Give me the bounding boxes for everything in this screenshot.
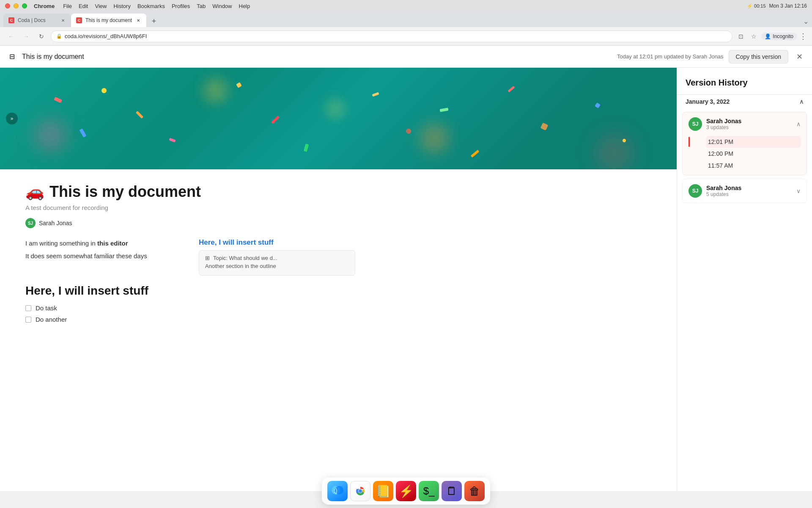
version-date-chevron[interactable]: ∧ bbox=[799, 98, 804, 105]
user-avatar-1: SJ bbox=[689, 117, 702, 131]
close-version-panel-button[interactable]: ✕ bbox=[793, 51, 805, 63]
title-bar-right: ⚡ 00:15 Mon 3 Jan 12:16 bbox=[747, 3, 807, 9]
collapse-sidebar-button[interactable]: » bbox=[6, 113, 18, 124]
document-columns: I am writing something in this editor It… bbox=[25, 238, 355, 276]
bookmark-icon[interactable]: ☆ bbox=[749, 31, 759, 41]
close-window-button[interactable] bbox=[5, 3, 10, 8]
reload-button[interactable]: ↻ bbox=[36, 30, 47, 42]
grid-icon: ⊞ bbox=[205, 255, 210, 261]
version-group-1-header[interactable]: SJ Sarah Jonas 3 updates ∧ bbox=[683, 112, 807, 136]
menu-view[interactable]: View bbox=[95, 3, 107, 9]
new-tab-button[interactable]: + bbox=[148, 15, 160, 27]
tab-active[interactable]: C This is my document ✕ bbox=[71, 14, 146, 27]
outline-item-2: Another section in the outline bbox=[205, 263, 349, 269]
url-input[interactable]: 🔒 coda.io/revisions/_dBhAUW8p6FI bbox=[51, 30, 732, 42]
version-user-info-2: Sarah Jonas 5 updates bbox=[706, 185, 792, 197]
dock-chrome-icon[interactable] bbox=[350, 481, 370, 501]
checkbox-label-2: Do another bbox=[36, 316, 67, 323]
menu-edit[interactable]: Edit bbox=[79, 3, 88, 9]
browser-frame: C Coda | Docs ✕ C This is my document ✕ … bbox=[0, 12, 812, 491]
tab-bar: C Coda | Docs ✕ C This is my document ✕ … bbox=[0, 12, 812, 27]
url-text: coda.io/revisions/_dBhAUW8p6FI bbox=[65, 33, 147, 39]
outline-preview: ⊞ Topic: What should we d... Another sec… bbox=[199, 250, 355, 276]
version-times-1: 12:01 PM 12:00 PM 11:57 AM bbox=[683, 136, 807, 175]
version-group-1-chevron[interactable]: ∧ bbox=[796, 121, 801, 127]
cast-icon[interactable]: ⊡ bbox=[736, 31, 746, 41]
macos-dock: :) 📒 ⚡ $_ 🗒 🗑 bbox=[322, 478, 490, 505]
author-name: Sarah Jonas bbox=[39, 220, 72, 226]
menu-profiles[interactable]: Profiles bbox=[172, 3, 190, 9]
menu-help[interactable]: Help bbox=[239, 3, 250, 9]
section-link[interactable]: Here, I will insert stuff bbox=[199, 238, 274, 246]
menu-tab[interactable]: Tab bbox=[197, 3, 206, 9]
tab-label-2: This is my document bbox=[85, 17, 132, 23]
forward-button[interactable]: → bbox=[20, 30, 32, 42]
dock-app6-icon[interactable]: 🗒 bbox=[442, 481, 462, 501]
tab-label-1: Coda | Docs bbox=[18, 17, 46, 23]
version-time-1201[interactable]: 12:01 PM bbox=[706, 136, 801, 148]
version-group-2-chevron[interactable]: ∨ bbox=[796, 188, 801, 194]
checkbox-item-1: Do task bbox=[25, 304, 355, 312]
app-header: ⊟ This is my document Today at 12:01 pm … bbox=[0, 46, 812, 68]
version-history-panel: Version History January 3, 2022 ∧ SJ Sar… bbox=[677, 68, 812, 491]
menu-file[interactable]: File bbox=[63, 3, 72, 9]
system-clock: Mon 3 Jan 12:16 bbox=[769, 3, 807, 9]
lock-icon: 🔒 bbox=[56, 33, 62, 39]
tab-coda-docs[interactable]: C Coda | Docs ✕ bbox=[3, 14, 71, 27]
tab-close-1[interactable]: ✕ bbox=[60, 17, 66, 23]
maximize-window-button[interactable] bbox=[22, 3, 27, 8]
document-right-column: Here, I will insert stuff ⊞ Topic: What … bbox=[199, 238, 355, 276]
doc-icon: ⊟ bbox=[7, 52, 17, 62]
version-date-header: January 3, 2022 ∧ bbox=[677, 94, 812, 108]
dock-app7-icon[interactable]: 🗑 bbox=[464, 481, 485, 501]
menu-bar: File Edit View History Bookmarks Profile… bbox=[63, 3, 250, 9]
main-area: » bbox=[0, 68, 812, 491]
incognito-label: Incognito bbox=[773, 33, 793, 39]
document-title-text: This is my document bbox=[49, 183, 201, 201]
incognito-indicator: 👤 Incognito bbox=[761, 33, 797, 40]
tab-close-2[interactable]: ✕ bbox=[135, 17, 141, 23]
back-button[interactable]: ← bbox=[5, 30, 17, 42]
address-bar-right: ⊡ ☆ 👤 Incognito ⋮ bbox=[736, 31, 807, 41]
tab-favicon-1: C bbox=[8, 17, 14, 23]
document-subtitle: A test document for recording bbox=[25, 204, 355, 211]
version-time-1200[interactable]: 12:00 PM bbox=[706, 148, 801, 160]
version-time-1157[interactable]: 11:57 AM bbox=[706, 160, 801, 171]
minimize-window-button[interactable] bbox=[14, 3, 19, 8]
dock-terminal-icon[interactable]: $_ bbox=[419, 481, 439, 501]
copy-version-button[interactable]: Copy this version bbox=[729, 50, 788, 64]
document-main-title: 🚗 This is my document bbox=[25, 183, 355, 201]
menu-history[interactable]: History bbox=[113, 3, 130, 9]
tab-list-button[interactable]: ⌄ bbox=[803, 17, 809, 25]
version-group-2-header[interactable]: SJ Sarah Jonas 5 updates ∨ bbox=[683, 179, 807, 203]
tab-bar-right-controls: ⌄ bbox=[803, 17, 809, 27]
macos-title-bar: Chrome File Edit View History Bookmarks … bbox=[0, 0, 812, 12]
author-avatar: SJ bbox=[25, 218, 36, 228]
version-count-1: 3 updates bbox=[706, 124, 792, 130]
browser-menu-button[interactable]: ⋮ bbox=[799, 32, 807, 41]
document-title-header: This is my document bbox=[22, 53, 84, 61]
address-bar: ← → ↻ 🔒 coda.io/revisions/_dBhAUW8p6FI ⊡… bbox=[0, 27, 812, 46]
document-left-column: I am writing something in this editor It… bbox=[25, 238, 182, 276]
dock-web-icon[interactable]: ⚡ bbox=[396, 481, 416, 501]
menu-window[interactable]: Window bbox=[212, 3, 232, 9]
hero-image: » bbox=[0, 68, 677, 169]
checkbox-label-1: Do task bbox=[36, 304, 57, 312]
version-user-name-1: Sarah Jonas bbox=[706, 118, 792, 124]
version-group-1: SJ Sarah Jonas 3 updates ∧ 12:01 PM 12:0… bbox=[682, 112, 807, 175]
version-date: January 3, 2022 bbox=[686, 98, 730, 105]
section-heading: Here, I will insert stuff bbox=[25, 284, 355, 298]
version-count-2: 5 updates bbox=[706, 191, 792, 197]
document-emoji: 🚗 bbox=[25, 183, 44, 201]
outline-item-1: ⊞ Topic: What should we d... bbox=[205, 255, 349, 261]
tab-favicon-2: C bbox=[76, 17, 82, 23]
checkbox-item-2: Do another bbox=[25, 316, 355, 323]
version-group-2: SJ Sarah Jonas 5 updates ∨ bbox=[682, 179, 807, 203]
menu-bookmarks[interactable]: Bookmarks bbox=[137, 3, 165, 9]
dock-notes-icon[interactable]: 📒 bbox=[373, 481, 393, 501]
dock-finder-icon[interactable]: :) bbox=[327, 481, 348, 501]
paragraph-2: It does seem somewhat familiar these day… bbox=[25, 251, 182, 261]
version-user-name-2: Sarah Jonas bbox=[706, 185, 792, 191]
checkbox-1[interactable] bbox=[25, 305, 31, 311]
checkbox-2[interactable] bbox=[25, 317, 31, 323]
